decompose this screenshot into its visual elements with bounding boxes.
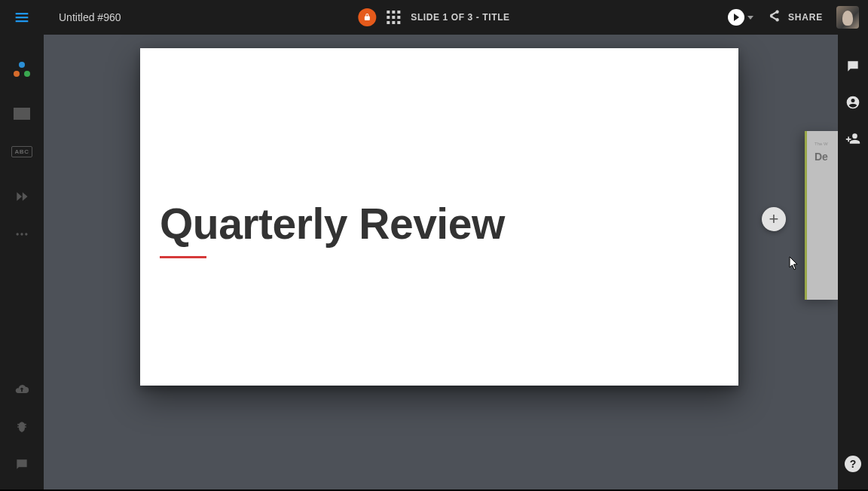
add-collaborator-button[interactable]	[838, 120, 868, 157]
text-style-button[interactable]: ABC	[0, 133, 44, 170]
share-button[interactable]: SHARE	[767, 9, 823, 26]
account-button[interactable]	[838, 84, 868, 120]
comments-button[interactable]	[838, 48, 868, 84]
user-avatar[interactable]	[836, 6, 859, 29]
share-icon	[767, 9, 781, 26]
svg-rect-1	[16, 17, 29, 18]
slide-indicator[interactable]: SLIDE 1 OF 3 - TITLE	[411, 12, 509, 23]
lock-icon	[362, 13, 371, 22]
layout-button[interactable]	[0, 95, 44, 133]
help-icon: ?	[845, 456, 861, 472]
layout-icon	[14, 108, 30, 120]
top-center-group: SLIDE 1 OF 3 - TITLE	[358, 8, 509, 26]
document-title[interactable]: Untitled #960	[59, 11, 121, 23]
person-add-icon	[845, 131, 860, 146]
report-bug-button[interactable]	[0, 410, 44, 447]
chat-icon	[14, 457, 29, 475]
slide-title-text[interactable]: Quarterly Review	[160, 199, 505, 249]
right-sidebar: ?	[838, 35, 868, 491]
svg-point-5	[25, 233, 27, 235]
animation-button[interactable]	[0, 179, 44, 217]
chevron-down-icon	[747, 16, 753, 20]
top-right-group: SHARE	[728, 0, 868, 35]
left-toolbar-bottom	[0, 372, 44, 491]
menu-button[interactable]	[0, 0, 44, 35]
svg-rect-2	[16, 20, 29, 22]
present-button[interactable]	[728, 9, 753, 26]
title-underline	[160, 256, 206, 258]
svg-rect-0	[16, 13, 29, 14]
cloud-upload-icon	[14, 382, 29, 400]
bug-icon	[14, 419, 29, 438]
hamburger-icon	[14, 10, 29, 25]
user-circle-icon	[845, 95, 860, 110]
left-toolbar: ABC	[0, 35, 44, 491]
fast-forward-icon	[14, 189, 29, 207]
sync-button[interactable]	[0, 372, 44, 410]
more-options-button[interactable]	[0, 217, 44, 255]
more-horizontal-icon	[14, 227, 29, 245]
feedback-button[interactable]	[0, 447, 44, 485]
svg-point-4	[20, 233, 23, 235]
lock-button[interactable]	[358, 8, 376, 26]
grid-view-button[interactable]	[387, 11, 400, 24]
slide-canvas[interactable]: Quarterly Review	[140, 48, 738, 386]
topbar: Untitled #960 SLIDE 1 OF 3 - TITLE SHARE	[0, 0, 868, 35]
svg-point-3	[17, 233, 19, 235]
add-slide-button[interactable]: +	[762, 207, 786, 231]
play-icon	[728, 9, 744, 26]
abc-icon: ABC	[11, 146, 33, 157]
colors-icon	[14, 62, 30, 78]
share-label: SHARE	[788, 12, 823, 23]
theme-colors-button[interactable]	[0, 51, 44, 89]
help-button[interactable]: ?	[838, 446, 868, 482]
canvas-area: Quarterly Review + The W De	[44, 35, 838, 491]
peek-overlay	[807, 131, 838, 300]
comment-icon	[845, 59, 860, 74]
next-slide-preview[interactable]: The W De	[805, 131, 838, 300]
